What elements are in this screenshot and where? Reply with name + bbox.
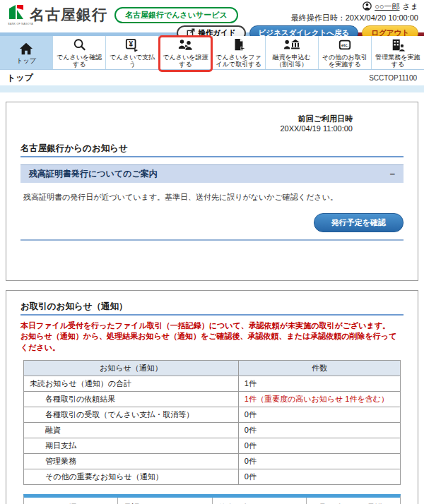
table-row: 融資 0件 — [24, 423, 401, 438]
last-operation-datetime: 最終操作日時：20XX/04/20 10:00:00 — [177, 13, 418, 23]
nav-item-file-trade[interactable]: でんさいをファイルで取引する — [213, 36, 266, 69]
summary-card-pending-approval: 承認待ち 期限間近：4件 期限切れ：0件 4件 — [118, 498, 212, 504]
table-row: その他の重要なお知らせ（通知） 0件 — [24, 469, 401, 485]
notice-title: 残高証明書発行についてのご案内 — [29, 168, 158, 180]
user-info: ○○一郎 さま — [177, 1, 418, 12]
bank-notice-panel: 前回ご利用日時 20XX/04/19 11:00:00 名古屋銀行からのお知らせ… — [6, 102, 418, 281]
app-header: BANK OF NAGOYA 名古屋銀行 名古屋銀行でんさいサービス ○○一郎 … — [0, 0, 424, 32]
svg-text:¥: ¥ — [129, 40, 134, 47]
transaction-notice-panel: お取引のお知らせ（通知） 本日ファイル受付を行ったファイル取引（一括記録）につい… — [6, 290, 418, 504]
person-bank-icon — [283, 38, 300, 52]
user-suffix: さま — [402, 1, 418, 12]
transaction-notice-heading: お取引のお知らせ（通知） — [20, 301, 404, 316]
divider-band — [0, 85, 424, 92]
transfer-people-icon — [177, 38, 193, 52]
approval-status-summary: お知らせ（通知） 1件 承認待ち 期限間近：4件 期限切れ：0件 4件 差戻し中… — [23, 494, 401, 504]
approval-alert-text: 本日ファイル受付を行ったファイル取引（一括記録）について、承認依頼が未実施の取引… — [20, 320, 404, 353]
collapse-icon[interactable]: − — [389, 169, 395, 179]
table-row: 未読お知らせ（通知）の合計 1件 — [24, 376, 401, 392]
bank-logo-icon: BANK OF NAGOYA — [7, 4, 25, 25]
table-row: 管理業務 0件 — [24, 454, 401, 469]
notice-accordion: 残高証明書発行についてのご案内 − 残高証明書の発行日が近づいています。基準日、… — [20, 164, 404, 241]
previous-login-label: 前回ご利用日時 — [6, 114, 353, 124]
check-issuance-schedule-button[interactable]: 発行予定を確認 — [314, 213, 404, 232]
search-icon — [71, 38, 87, 52]
nav-item-transfer-densai[interactable]: でんさいを譲渡する — [159, 36, 212, 69]
notification-table: お知らせ（通知） 件数 未読お知らせ（通知）の合計 1件 各種取引の依頼結果 1… — [23, 360, 401, 485]
bank-logo-subtext: BANK OF NAGOYA — [8, 22, 24, 25]
table-row: 各種取引の依頼結果 1件（重要度の高いお知らせ 1件を含む） — [24, 392, 401, 407]
screen-id: SCCTOP11100 — [369, 74, 417, 82]
building-person-icon — [390, 38, 406, 52]
alert-line-1: 本日ファイル受付を行ったファイル取引（一括記録）について、承認依頼が未実施の取引… — [20, 320, 404, 331]
summary-card-returned: 差戻し中 期限間近：1件 期限切れ：0件 1件 — [213, 498, 307, 504]
nav-item-check-densai[interactable]: でんさいを確認する — [53, 36, 106, 69]
nav-item-pay-densai[interactable]: ¥ でんさいで支払う — [106, 36, 159, 69]
file-arrow-icon — [231, 38, 247, 52]
previous-login-value: 20XX/04/19 11:00:00 — [6, 124, 353, 133]
home-icon — [18, 42, 34, 56]
main-navigation: トップ でんさいを確認する ¥ でんさいで支払う でんさいを譲渡する — [0, 36, 424, 70]
svg-text:etc.: etc. — [341, 42, 349, 47]
alert-line-2: お知らせ（通知）から、処理結果お知らせ（通知）をご確認後、承認依頼、または承認依… — [20, 331, 404, 353]
summary-card-notifications: お知らせ（通知） 1件 — [24, 498, 118, 504]
important-note: （重要度の高いお知らせ 1件を含む） — [257, 395, 389, 403]
column-header-count: 件数 — [238, 361, 400, 376]
notice-accordion-header[interactable]: 残高証明書発行についてのご案内 − — [20, 164, 404, 183]
user-name-link[interactable]: ○○一郎 — [375, 1, 399, 12]
column-header-notice: お知らせ（通知） — [24, 361, 239, 376]
table-row: 期日支払 0件 — [24, 438, 401, 454]
nav-item-management-tasks[interactable]: 管理業務を実施する — [372, 36, 424, 69]
user-icon — [363, 1, 372, 12]
bank-notice-heading: 名古屋銀行からのお知らせ — [20, 143, 404, 157]
nav-item-top[interactable]: トップ — [0, 36, 53, 69]
etc-icon: etc. — [337, 38, 353, 52]
breadcrumb: トップ — [7, 72, 33, 84]
yen-pay-icon: ¥ — [124, 38, 140, 52]
table-row: 各種取引の受取（でんさい支払・取消等） 0件 — [24, 407, 401, 423]
nav-item-loan-apply[interactable]: 融資を申込む（割引等） — [266, 36, 319, 69]
bank-name: 名古屋銀行 — [30, 5, 107, 25]
summary-card-awaiting-partner-consent: お取引先からの承諾待ち ? 期限間近：0件 期限切れ：0件 2件 — [307, 498, 400, 504]
previous-login: 前回ご利用日時 20XX/04/19 11:00:00 — [6, 102, 418, 133]
nav-item-other-transactions[interactable]: etc. その他のお取引を実施する — [319, 36, 372, 69]
notice-body: 残高証明書の発行日が近づいています。基準日、送付先に誤りがないかご確認ください。 — [20, 183, 404, 203]
